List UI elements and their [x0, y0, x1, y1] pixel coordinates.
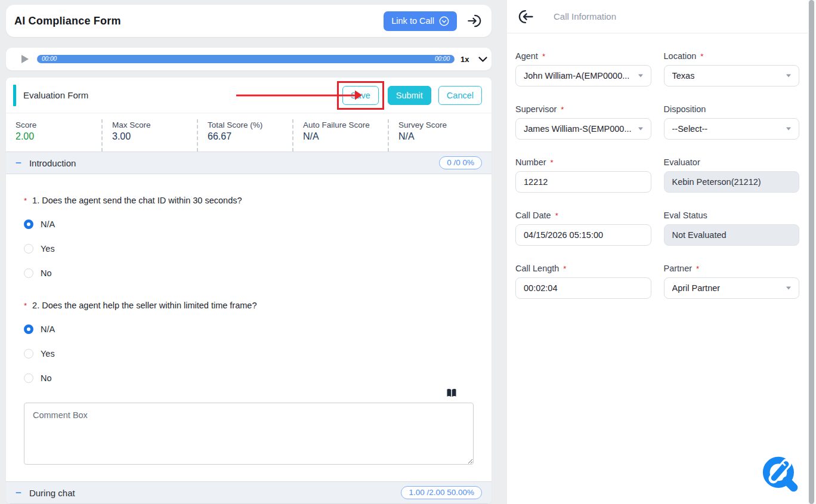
question-2-option-yes[interactable]: Yes	[24, 348, 474, 359]
eval-status-label: Eval Status	[664, 211, 707, 220]
agent-label: Agent	[515, 51, 538, 61]
total-score-label: Total Score (%)	[208, 120, 292, 129]
score-col: Score 2.00	[6, 119, 101, 151]
annotation-arrow	[236, 94, 356, 96]
playback-speed[interactable]: 1x	[460, 55, 469, 64]
partner-label: Partner	[664, 264, 693, 273]
required-marker: *	[24, 301, 27, 310]
book-icon[interactable]	[446, 388, 457, 398]
disposition-select[interactable]: --Select--	[664, 118, 800, 140]
call-date-input[interactable]	[515, 224, 651, 246]
auto-failure-score-col: Auto Failure Score N/A	[292, 119, 388, 151]
caret-down-icon	[786, 287, 791, 290]
field-call-length: Call Length*	[515, 264, 651, 299]
required-marker: *	[561, 105, 564, 114]
option-label: Yes	[41, 244, 55, 253]
section-introduction-title: Introduction	[29, 158, 76, 168]
play-button[interactable]	[21, 55, 29, 63]
score-value: 2.00	[16, 131, 101, 142]
call-info-panel: Call Information Agent* John William-A(E…	[507, 0, 809, 504]
evaluation-form-card: Evaluation Form Save Submit Cancel Score…	[6, 78, 492, 504]
radio-icon[interactable]	[24, 244, 33, 253]
number-label: Number	[515, 157, 546, 167]
required-marker: *	[696, 264, 699, 273]
required-marker: *	[555, 211, 558, 220]
disposition-label: Disposition	[664, 104, 706, 114]
elapsed-time: 00:00	[42, 55, 57, 63]
caret-down-icon	[638, 75, 643, 78]
questions-area: * 1. Does the agent send the chat ID wit…	[6, 196, 492, 465]
question-2-option-na[interactable]: N/A	[24, 324, 474, 335]
section-during-chat-header[interactable]: − During chat 1.00 /2.00 50.00%	[6, 481, 492, 504]
call-length-label: Call Length	[515, 264, 559, 273]
call-date-label: Call Date	[515, 211, 551, 220]
question-2-option-no[interactable]: No	[24, 373, 474, 384]
accent-bar	[13, 85, 16, 106]
survey-score-label: Survey Score	[398, 120, 483, 129]
auto-failure-score-value: N/A	[303, 131, 388, 142]
number-input[interactable]	[515, 171, 651, 193]
required-marker: *	[700, 52, 703, 61]
page-title: AI Compliance Form	[14, 15, 121, 27]
section-introduction-badge: 0 /0 0%	[439, 156, 482, 169]
scrollbar-track	[808, 0, 816, 504]
max-score-label: Max Score	[112, 120, 197, 129]
evaluation-form-title: Evaluation Form	[23, 90, 88, 100]
required-marker: *	[24, 196, 27, 205]
call-length-input[interactable]	[515, 277, 651, 299]
header-actions: Link to Call	[384, 11, 482, 31]
option-label: No	[41, 268, 52, 278]
supervisor-select[interactable]: James William-S(EMP000...	[515, 118, 651, 140]
supervisor-label: Supervisor	[515, 104, 557, 114]
field-agent: Agent* John William-A(EMP0000...	[515, 51, 651, 86]
max-score-col: Max Score 3.00	[101, 119, 197, 151]
collapse-icon[interactable]: −	[16, 158, 21, 168]
location-select[interactable]: Texas	[664, 65, 800, 86]
option-label: No	[41, 373, 52, 383]
field-call-date: Call Date*	[515, 211, 651, 246]
brand-logo-icon	[759, 453, 799, 496]
call-info-form: Agent* John William-A(EMP0000... Locatio…	[507, 33, 809, 299]
survey-score-col: Survey Score N/A	[388, 119, 483, 151]
caret-down-icon	[638, 128, 643, 131]
cancel-button[interactable]: Cancel	[438, 86, 482, 105]
max-score-value: 3.00	[112, 131, 197, 142]
question-1-option-no[interactable]: No	[24, 268, 474, 279]
submit-button[interactable]: Submit	[388, 86, 431, 105]
collapse-panel-arrow-icon[interactable]	[518, 8, 534, 25]
enter-arrow-icon[interactable]	[466, 13, 482, 29]
score-label: Score	[16, 120, 101, 129]
question-1-option-na[interactable]: N/A	[24, 219, 474, 230]
option-label: N/A	[41, 219, 55, 229]
field-partner: Partner* April Partner	[664, 264, 800, 299]
question-1: * 1. Does the agent send the chat ID wit…	[24, 196, 474, 279]
option-label: Yes	[41, 349, 55, 358]
required-marker: *	[542, 52, 545, 61]
survey-score-value: N/A	[398, 131, 483, 142]
scrollbar-thumb[interactable]	[809, 0, 814, 504]
radio-icon[interactable]	[24, 268, 33, 278]
comment-box[interactable]	[24, 403, 474, 465]
link-to-call-label: Link to Call	[391, 16, 434, 26]
radio-icon[interactable]	[24, 373, 33, 383]
agent-select[interactable]: John William-A(EMP0000...	[515, 65, 651, 86]
caret-down-icon	[786, 128, 791, 131]
location-label: Location	[664, 51, 697, 61]
eval-status-readonly-field: Not Evaluated	[664, 224, 800, 246]
remaining-time: 00:00	[435, 55, 450, 63]
total-score-col: Total Score (%) 66.67	[197, 119, 292, 151]
radio-selected-icon[interactable]	[24, 219, 33, 229]
field-supervisor: Supervisor* James William-S(EMP000...	[515, 104, 651, 140]
section-introduction-header[interactable]: − Introduction 0 /0 0%	[6, 151, 492, 174]
option-label: N/A	[41, 324, 55, 334]
link-to-call-button[interactable]: Link to Call	[384, 11, 457, 31]
field-disposition: Disposition --Select--	[664, 104, 800, 140]
question-1-option-yes[interactable]: Yes	[24, 243, 474, 254]
radio-selected-icon[interactable]	[24, 324, 33, 334]
audio-progress-bar[interactable]: 00:00 00:00	[37, 55, 455, 63]
chevron-down-icon[interactable]	[478, 57, 487, 62]
radio-icon[interactable]	[24, 349, 33, 358]
partner-select[interactable]: April Partner	[664, 277, 800, 299]
collapse-icon[interactable]: −	[16, 488, 21, 498]
evaluation-form-header: Evaluation Form Save Submit Cancel	[6, 78, 492, 113]
